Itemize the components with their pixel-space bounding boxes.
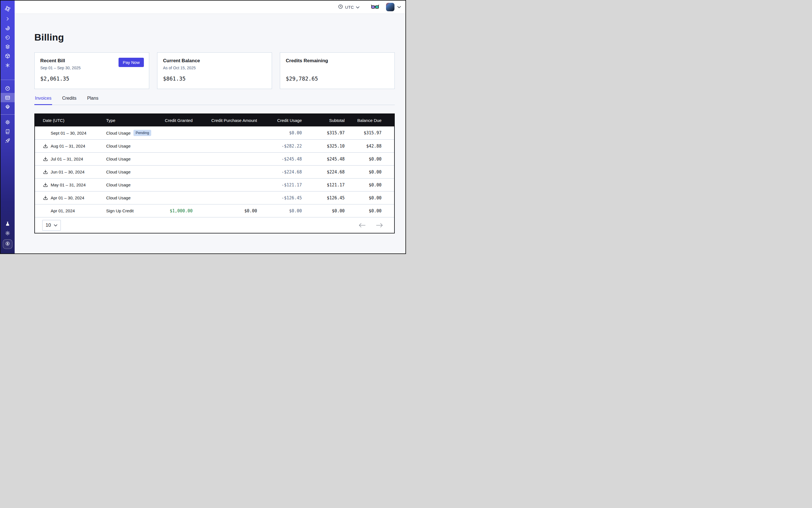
- app-window: UTC Billing: [0, 0, 406, 254]
- book-sparkle-icon: [5, 129, 10, 134]
- timer-icon: [5, 35, 10, 40]
- table-row: Apr 01 – 30, 2024Cloud Usage-$126.45$126…: [35, 191, 394, 204]
- download-invoice-icon[interactable]: [43, 143, 48, 149]
- sidebar-item-asterisk[interactable]: [1, 60, 15, 70]
- cell-balance-due: $0.00: [345, 182, 395, 187]
- cell-date: May 01 – 31, 2024: [35, 182, 106, 187]
- column-header-credit-usage: Credit Usage: [257, 118, 302, 123]
- page-title: Billing: [34, 32, 395, 43]
- page-size-value: 10: [46, 222, 51, 228]
- cell-balance-due: $42.88: [345, 143, 395, 149]
- flask-icon: [5, 221, 10, 227]
- orbit-logo-icon: [4, 5, 11, 12]
- invoice-type: Cloud Usage: [106, 131, 131, 135]
- chevron-down-icon: [397, 4, 401, 9]
- page-size-select[interactable]: 10: [42, 220, 61, 230]
- cell-subtotal: $0.00: [302, 208, 345, 213]
- invoice-type: Cloud Usage: [106, 157, 131, 161]
- sidebar-item-cube[interactable]: [1, 51, 15, 60]
- tab-credits[interactable]: Credits: [62, 96, 77, 105]
- download-invoice-icon[interactable]: [43, 157, 48, 162]
- cell-credit-purchase-amount: $0.00: [193, 208, 257, 213]
- next-page-arrow-icon[interactable]: [376, 223, 383, 227]
- invoice-date: Apr 01, 2024: [51, 208, 75, 213]
- helm-icon: [5, 119, 10, 125]
- previous-page-arrow-icon[interactable]: [359, 223, 366, 227]
- invoice-date: May 01 – 31, 2024: [51, 182, 86, 187]
- cube-icon: [5, 53, 10, 59]
- cell-credit-usage: -$282.22: [257, 143, 302, 149]
- sidebar-item-helm[interactable]: [1, 118, 15, 127]
- credits-remaining-card: Credits Remaining $29,782.65: [280, 52, 395, 89]
- chevron-down-icon: [356, 5, 359, 9]
- table-row: Jul 01 – 31, 2024Cloud Usage-$245.48$245…: [35, 152, 394, 165]
- cell-subtotal: $126.45: [302, 196, 345, 201]
- cell-subtotal: $224.68: [302, 170, 345, 175]
- sidebar-item-expand[interactable]: [1, 14, 15, 24]
- cell-type: Cloud UsagePending: [106, 130, 157, 136]
- app-logo[interactable]: [1, 3, 15, 14]
- column-header-credit-purchase-amount: Credit Purchase Amount: [193, 118, 257, 123]
- invoice-type: Cloud Usage: [106, 182, 131, 187]
- topbar: UTC: [15, 1, 406, 14]
- credits-promo-button[interactable]: [3, 239, 12, 249]
- sidebar-item-labs[interactable]: [1, 219, 15, 228]
- cell-date: Apr 01 – 30, 2024: [35, 196, 106, 201]
- column-header-type: Type: [106, 118, 157, 123]
- billing-card-icon: [5, 95, 10, 100]
- sidebar-item-layers[interactable]: [1, 42, 15, 51]
- sidebar-item-observe[interactable]: [1, 24, 15, 33]
- timezone-selector[interactable]: UTC: [338, 4, 359, 10]
- cell-credit-usage: -$224.68: [257, 170, 302, 175]
- download-invoice-icon[interactable]: [43, 182, 48, 187]
- tab-plans[interactable]: Plans: [86, 96, 99, 105]
- cell-date: Sept 01 – 30, 2024: [35, 130, 106, 135]
- sidebar-item-settings[interactable]: [1, 102, 15, 112]
- cell-balance-due: $0.00: [345, 170, 395, 175]
- sidebar-item-billing[interactable]: [1, 93, 15, 102]
- cell-date: Aug 01 – 31, 2024: [35, 143, 106, 149]
- invoice-type: Cloud Usage: [106, 196, 131, 200]
- sidebar-divider: [1, 114, 15, 115]
- sidebar-item-timer[interactable]: [1, 33, 15, 42]
- sidebar-item-docs[interactable]: [1, 127, 15, 136]
- cell-date: Jul 01 – 31, 2024: [35, 157, 106, 162]
- sidebar-divider: [1, 80, 15, 80]
- cell-balance-due: $0.00: [345, 208, 395, 213]
- card-subtitle: [286, 66, 389, 70]
- column-header-subtotal: Subtotal: [302, 118, 345, 123]
- sidebar-item-theme-toggle[interactable]: [1, 228, 15, 238]
- account-menu-chevron[interactable]: [397, 4, 401, 9]
- gear-icon: [5, 104, 10, 110]
- cell-balance-due: $0.00: [345, 157, 395, 162]
- cell-credit-usage: $0.00: [257, 130, 302, 135]
- tab-invoices[interactable]: Invoices: [34, 96, 52, 105]
- summary-cards: Recent Bill Sep 01 – Sep 30, 2025 $2,061…: [34, 52, 395, 89]
- invoice-type: Sign Up Credit: [106, 208, 134, 213]
- sidebar-item-launch[interactable]: [1, 136, 15, 145]
- column-header-balance-due: Balance Due: [345, 118, 395, 123]
- table-header: Date (UTC) Type Credit Granted Credit Pu…: [35, 114, 394, 126]
- recent-bill-card: Recent Bill Sep 01 – Sep 30, 2025 $2,061…: [34, 52, 149, 89]
- invoice-date: Aug 01 – 31, 2024: [51, 143, 85, 149]
- billing-tabs: Invoices Credits Plans: [34, 96, 395, 105]
- current-balance-card: Current Balance As of Oct 15, 2025 $861.…: [157, 52, 272, 89]
- spiral-eye-icon: [5, 25, 10, 31]
- table-row: Sept 01 – 30, 2024Cloud UsagePending$0.0…: [35, 126, 394, 139]
- sidebar-item-usage[interactable]: [1, 84, 15, 93]
- cell-type: Cloud Usage: [106, 170, 157, 174]
- 3d-glasses-icon[interactable]: [371, 4, 379, 10]
- download-invoice-icon[interactable]: [43, 170, 48, 175]
- icon-spacer: [43, 130, 48, 135]
- sun-icon: [5, 230, 10, 236]
- credits-remaining-amount: $29,782.65: [286, 76, 389, 82]
- pay-now-button[interactable]: Pay Now: [119, 58, 144, 67]
- avatar[interactable]: [386, 3, 394, 11]
- download-invoice-icon[interactable]: [43, 196, 48, 201]
- invoice-date: Jun 01 – 30, 2024: [51, 170, 84, 174]
- table-row: Jun 01 – 30, 2024Cloud Usage-$224.68$224…: [35, 165, 394, 178]
- cell-balance-due: $315.97: [345, 130, 395, 135]
- table-row: Apr 01, 2024Sign Up Credit$1,000.00$0.00…: [35, 204, 394, 217]
- card-subtitle: As of Oct 15, 2025: [163, 66, 266, 70]
- billing-page: Billing Recent Bill Sep 01 – Sep 30, 202…: [15, 14, 406, 253]
